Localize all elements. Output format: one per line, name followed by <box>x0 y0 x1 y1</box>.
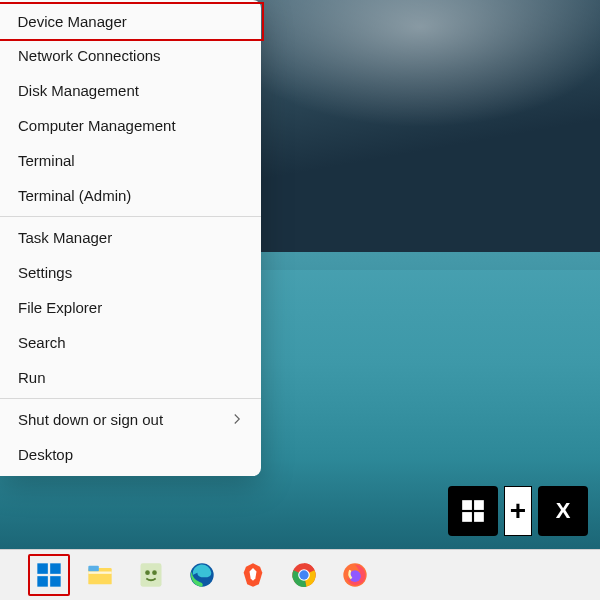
menu-item-label: Terminal (Admin) <box>18 187 131 204</box>
menu-item-label: Task Manager <box>18 229 112 246</box>
svg-rect-6 <box>37 576 48 587</box>
menu-search[interactable]: Search <box>0 325 261 360</box>
menu-shutdown-signout[interactable]: Shut down or sign out <box>0 402 261 437</box>
svg-rect-2 <box>462 512 472 522</box>
taskbar-brave[interactable] <box>232 554 274 596</box>
svg-rect-10 <box>88 572 111 574</box>
menu-separator <box>0 216 261 217</box>
keyboard-shortcut-hint: + X <box>448 486 588 536</box>
chrome-icon <box>290 561 318 589</box>
menu-desktop[interactable]: Desktop <box>0 437 261 472</box>
menu-item-label: Search <box>18 334 66 351</box>
svg-point-12 <box>145 570 150 575</box>
taskbar-file-explorer[interactable] <box>79 554 121 596</box>
menu-item-label: Computer Management <box>18 117 176 134</box>
menu-terminal[interactable]: Terminal <box>0 143 261 178</box>
firefox-icon <box>341 561 369 589</box>
taskbar-chrome[interactable] <box>283 554 325 596</box>
menu-item-label: Desktop <box>18 446 73 463</box>
windows-start-icon <box>35 561 63 589</box>
windows-key-icon <box>448 486 498 536</box>
chevron-right-icon <box>231 412 243 428</box>
svg-rect-11 <box>141 563 162 586</box>
menu-network-connections[interactable]: Network Connections <box>0 38 261 73</box>
menu-item-label: Device Manager <box>18 13 127 30</box>
svg-point-17 <box>299 570 308 579</box>
menu-computer-management[interactable]: Computer Management <box>0 108 261 143</box>
menu-item-label: Terminal <box>18 152 75 169</box>
file-explorer-icon <box>86 561 114 589</box>
menu-item-label: Disk Management <box>18 82 139 99</box>
menu-terminal-admin[interactable]: Terminal (Admin) <box>0 178 261 213</box>
menu-settings[interactable]: Settings <box>0 255 261 290</box>
menu-run[interactable]: Run <box>0 360 261 395</box>
menu-item-label: Run <box>18 369 46 386</box>
taskbar-notepad-plus[interactable] <box>130 554 172 596</box>
menu-item-label: Network Connections <box>18 47 161 64</box>
menu-file-explorer[interactable]: File Explorer <box>0 290 261 325</box>
winx-power-menu: Device Manager Network Connections Disk … <box>0 0 261 476</box>
menu-item-label: File Explorer <box>18 299 102 316</box>
taskbar-edge[interactable] <box>181 554 223 596</box>
svg-rect-3 <box>474 512 484 522</box>
notepad-plus-icon <box>137 561 165 589</box>
brave-icon <box>239 561 267 589</box>
svg-rect-4 <box>37 563 48 574</box>
menu-task-manager[interactable]: Task Manager <box>0 220 261 255</box>
menu-separator <box>0 398 261 399</box>
svg-rect-0 <box>462 500 472 510</box>
svg-rect-7 <box>50 576 60 587</box>
edge-icon <box>188 561 216 589</box>
menu-disk-management[interactable]: Disk Management <box>0 73 261 108</box>
plus-separator: + <box>504 486 532 536</box>
svg-rect-5 <box>50 563 60 574</box>
taskbar <box>0 549 600 600</box>
x-key: X <box>538 486 588 536</box>
svg-rect-1 <box>474 500 484 510</box>
svg-point-13 <box>152 570 157 575</box>
menu-device-manager[interactable]: Device Manager <box>0 2 264 41</box>
svg-rect-9 <box>88 566 99 572</box>
taskbar-firefox[interactable] <box>334 554 376 596</box>
start-button[interactable] <box>28 554 70 596</box>
menu-item-label: Shut down or sign out <box>18 411 163 428</box>
menu-item-label: Settings <box>18 264 72 281</box>
